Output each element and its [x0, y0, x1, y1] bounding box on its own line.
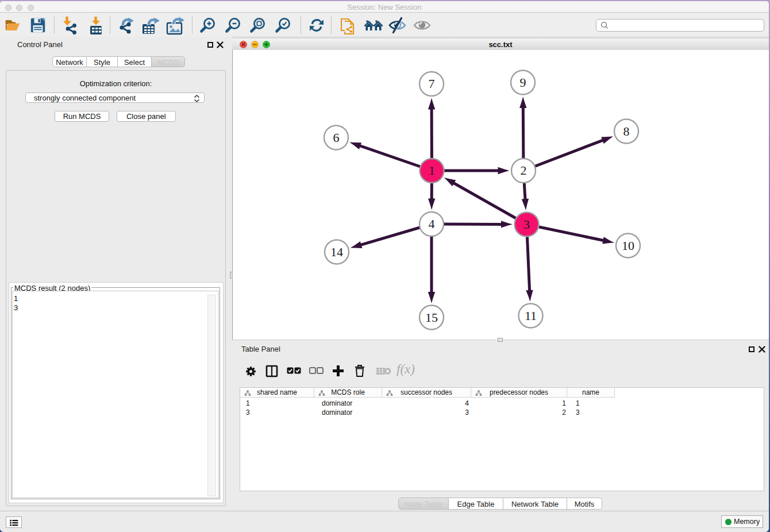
svg-text:7: 7: [429, 76, 435, 91]
svg-text:3: 3: [523, 217, 530, 232]
svg-text:15: 15: [425, 310, 438, 325]
svg-text:14: 14: [330, 245, 343, 259]
svg-text:2: 2: [521, 163, 527, 178]
svg-text:4: 4: [429, 217, 435, 231]
svg-text:1: 1: [429, 163, 435, 178]
svg-text:8: 8: [623, 124, 630, 138]
svg-text:9: 9: [520, 75, 526, 90]
svg-text:6: 6: [333, 130, 340, 145]
svg-text:10: 10: [622, 238, 634, 253]
svg-text:11: 11: [525, 309, 537, 323]
